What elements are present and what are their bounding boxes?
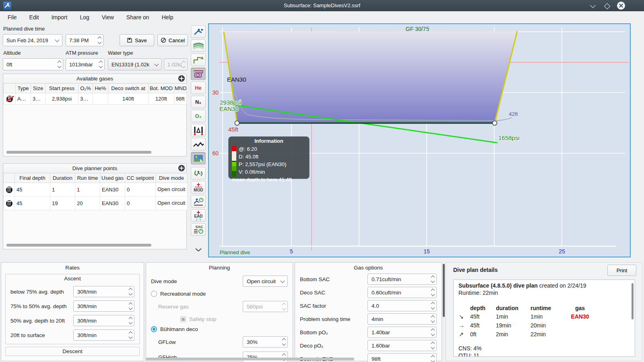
bottom-sac-spinner[interactable]: 0.71cuft/min xyxy=(367,274,437,285)
delete-point-button[interactable] xyxy=(4,183,15,197)
otu-line: OTU: 11 xyxy=(458,352,630,357)
atm-pressure-label: ATM pressure xyxy=(66,50,98,56)
print-button[interactable]: Print xyxy=(607,265,636,276)
col-o2[interactable]: O₂% xyxy=(78,84,93,93)
rates-title: Rates xyxy=(1,263,144,272)
spinner-arrows-icon xyxy=(99,61,102,68)
col-final-depth[interactable]: Final depth xyxy=(15,173,50,183)
col-type[interactable]: Type xyxy=(16,84,31,93)
toolbar-waves-button[interactable] xyxy=(191,39,206,52)
menu-edit[interactable]: Edit xyxy=(25,12,44,22)
dive-profile-chart[interactable]: GF 30/75 30 60 5 15 25 EAN30 2938psi EAN… xyxy=(208,23,631,257)
ascent-rate-3-spinner[interactable]: 30ft/min xyxy=(73,315,134,326)
waves-icon xyxy=(193,41,204,51)
col-he[interactable]: He% xyxy=(93,84,108,93)
recreational-mode-radio[interactable] xyxy=(151,291,157,297)
planning-title: Planning xyxy=(146,263,293,272)
end-pressure-label: 1658psi xyxy=(498,134,520,141)
col-cc-setpoint[interactable]: CC setpoint xyxy=(125,173,156,183)
svg-text:MOD: MOD xyxy=(194,188,203,192)
dive-mode-combo[interactable]: Open circuit xyxy=(243,276,288,287)
altitude-spinner[interactable]: 0ft xyxy=(3,58,63,70)
maximize-button[interactable] xyxy=(603,2,611,10)
waypoint-handle[interactable] xyxy=(493,121,497,125)
ceiling-steps-icon xyxy=(193,55,204,65)
col-start-press[interactable]: Start press xyxy=(45,84,78,93)
ascent-rate-2-spinner[interactable]: 30ft/min xyxy=(73,300,134,312)
ascent-rate-4-spinner[interactable]: 30ft/min xyxy=(73,329,134,341)
cancel-button[interactable]: Cancel xyxy=(157,34,188,46)
add-gas-button[interactable] xyxy=(178,75,185,82)
planning-panel: Planning Dive mode Open circuit Recreati… xyxy=(146,262,293,361)
menu-file[interactable]: File xyxy=(3,12,22,22)
close-button[interactable] xyxy=(617,1,625,10)
points-hscrollbar[interactable] xyxy=(6,244,151,247)
notes-scrollbar[interactable] xyxy=(632,283,634,319)
toolbar-ndl-button[interactable] xyxy=(191,195,206,208)
problem-solving-time-spinner[interactable]: 4min xyxy=(367,313,437,325)
gflow-spinner[interactable]: 30% xyxy=(243,336,288,348)
col-dive-mode[interactable]: Dive mode xyxy=(156,173,188,183)
toolbar-mod-button[interactable]: MOD xyxy=(191,181,206,193)
toolbar-ead-button[interactable]: EAD(···) xyxy=(191,209,206,222)
deco-sac-spinner[interactable]: 0.60cuft/min xyxy=(367,287,437,298)
col-bot-mod[interactable]: Bot. MOD xyxy=(149,84,174,93)
col-size[interactable]: Size xyxy=(31,84,45,93)
col-deco-switch[interactable]: Deco switch at xyxy=(108,84,149,93)
ruler-icon xyxy=(193,125,204,136)
details-vscrollbar[interactable] xyxy=(443,264,445,317)
best-mix-end-spinner[interactable]: 98ft xyxy=(367,353,437,362)
chart-footer-label: Planned dive xyxy=(220,249,250,255)
minimize-button[interactable] xyxy=(588,2,597,10)
col-duration[interactable]: Duration xyxy=(50,173,75,183)
dive-date-combo[interactable]: Sun Feb 24, 2019 xyxy=(3,34,62,46)
toolbar-n2-button[interactable]: N₂ xyxy=(191,96,206,108)
col-mnd[interactable]: MND xyxy=(174,84,187,93)
toolbar-sac-button[interactable]: SAC xyxy=(191,223,206,236)
water-type-combo[interactable]: EN13319 (1.02k xyxy=(108,58,162,70)
waypoint-handle[interactable] xyxy=(235,121,239,125)
gases-hscrollbar[interactable] xyxy=(6,151,151,154)
menu-import[interactable]: Import xyxy=(47,12,72,22)
delete-point-button[interactable] xyxy=(4,197,15,210)
toolbar-photos-button[interactable] xyxy=(191,152,206,165)
toolbar-he-button[interactable]: He xyxy=(191,82,206,94)
toolbar-o2-button[interactable]: O₂ xyxy=(191,110,206,122)
deco-po2-spinner[interactable]: 1.60bar xyxy=(367,340,437,351)
toolbar-ceiling-button[interactable] xyxy=(191,53,206,66)
menu-view[interactable]: View xyxy=(97,12,119,22)
rates-panel: Rates Ascent below 75% avg. depth 30ft/m… xyxy=(1,262,144,361)
sac-factor-spinner[interactable]: 4.0 xyxy=(367,300,437,311)
bottom-hscrollbar[interactable] xyxy=(146,358,354,360)
col-used-gas[interactable]: Used gas xyxy=(100,173,125,183)
disabled-delete-icon xyxy=(6,95,14,101)
save-button[interactable]: Save xyxy=(120,34,154,46)
add-point-button[interactable] xyxy=(178,165,185,171)
menu-help[interactable]: Help xyxy=(157,12,178,22)
delete-gas-button[interactable] xyxy=(4,93,16,105)
buhlmann-deco-radio[interactable] xyxy=(151,326,157,332)
ascent-group: Ascent below 75% avg. depth 30ft/min 75%… xyxy=(5,274,140,344)
menu-log[interactable]: Log xyxy=(75,12,94,22)
toolbar-dive-trip-button[interactable] xyxy=(191,25,206,38)
toolbar-deco-tts-button[interactable] xyxy=(191,68,206,80)
toolbar-gas-change-button[interactable] xyxy=(191,167,206,179)
gfhigh-spinner[interactable]: 75% xyxy=(243,352,288,362)
toolbar-scroll-down-button[interactable] xyxy=(191,243,206,256)
tooltip-lines: @: 6:20 D: 45.0ft P: 2,557psi (EAN30) V:… xyxy=(239,145,292,183)
available-gases-panel: Available gases Type Size Start press O₂… xyxy=(3,74,187,156)
atm-pressure-spinner[interactable]: 1013mbar xyxy=(66,58,105,70)
photo-icon xyxy=(193,154,204,163)
col-run-time[interactable]: Run time xyxy=(75,173,100,183)
end-depth-label: 42ft xyxy=(509,111,518,117)
bottom-po2-spinner[interactable]: 1.40bar xyxy=(367,327,437,338)
plan-notes[interactable]: Subsurface (4.8.5.0) dive plan created o… xyxy=(453,280,635,357)
toolbar-heartrate-button[interactable] xyxy=(191,138,206,150)
dive-time-spinner[interactable]: 7:38 PM xyxy=(66,34,103,46)
toolbar-ruler-button[interactable] xyxy=(191,124,206,136)
menu-share-on[interactable]: Share on xyxy=(122,12,154,22)
spinner-arrows-icon xyxy=(98,37,101,43)
diver-clock-icon xyxy=(193,197,204,206)
plan-row: →45ft 19min20min xyxy=(458,321,594,330)
ascent-rate-1-spinner[interactable]: 30ft/min xyxy=(73,286,134,297)
